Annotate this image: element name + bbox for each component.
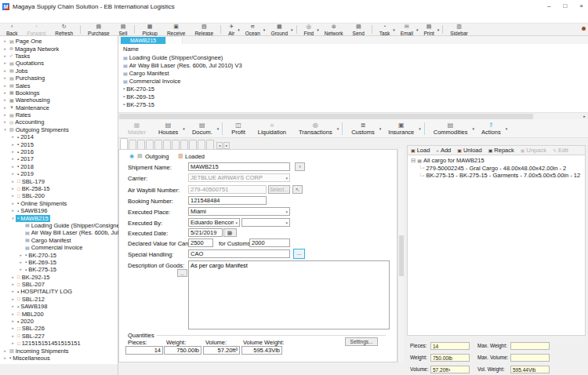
- summary-value-field[interactable]: [510, 342, 550, 350]
- sidebar-item-tasks[interactable]: ▸ ✓ Tasks: [0, 53, 118, 60]
- edit-button[interactable]: ✎ Edit: [553, 147, 568, 154]
- forward-button[interactable]: › Forward: [22, 24, 50, 35]
- air-button[interactable]: ✈ Air ▾: [223, 24, 240, 35]
- executed-date-input[interactable]: [188, 228, 223, 237]
- special-handling-input[interactable]: [188, 249, 290, 258]
- tree-item[interactable]: ▸ ▪ 2016: [0, 148, 118, 155]
- summary-value-field[interactable]: 57.20ft³: [430, 366, 470, 373]
- tree-item[interactable]: ▤ Cargo Manifest: [0, 237, 118, 244]
- tree-item[interactable]: ▸ □ BK-258-15: [0, 185, 118, 192]
- tab-events[interactable]: [154, 140, 162, 149]
- expander-icon[interactable]: ▸: [2, 111, 8, 118]
- ribbon-liquidation-button[interactable]: ○ Liquidation: [252, 122, 292, 136]
- sidebar-item-jobs[interactable]: ▸ ▤ Jobs: [0, 67, 118, 75]
- unload-button[interactable]: ▣ Unload: [457, 147, 481, 154]
- volume-weight-value[interactable]: 595.43Vlb: [241, 346, 282, 355]
- find-button[interactable]: ◎ Find ▾: [299, 24, 320, 35]
- expander-icon[interactable]: ▸: [10, 281, 16, 288]
- document-row[interactable]: ▤ Air Way Bill Laser (Res. 600b, Jul 201…: [118, 61, 588, 69]
- sell-button[interactable]: ▤ Sell: [114, 24, 132, 35]
- cargo-tree-root[interactable]: ⊟ ▦ All cargo for MAWB215: [408, 157, 585, 165]
- ribbon-customs-button[interactable]: ≣ Customs ▾: [345, 122, 382, 136]
- awb-link-button[interactable]: ↖: [292, 185, 303, 194]
- dropdown-arrow-icon[interactable]: ▾: [291, 27, 293, 32]
- awb-select-button[interactable]: Select...: [268, 185, 290, 194]
- summary-value-field[interactable]: 14: [430, 342, 470, 350]
- expander-icon[interactable]: ▸: [2, 96, 8, 104]
- unpack-button[interactable]: ▣ Unpack: [521, 147, 546, 154]
- tab-general[interactable]: [120, 138, 128, 149]
- expander-icon[interactable]: ▸: [10, 325, 16, 332]
- document-row[interactable]: ▪ BK-275-15: [118, 100, 588, 108]
- sidebar-item-rates[interactable]: ▸ ▤ Rates: [0, 111, 118, 118]
- expander-icon[interactable]: ▸: [2, 75, 8, 82]
- expander-icon[interactable]: ▸: [10, 207, 16, 214]
- expander-icon[interactable]: ▸: [2, 89, 8, 96]
- expander-icon[interactable]: ▸: [2, 60, 8, 67]
- task-button[interactable]: ◔ Task ▾: [375, 24, 396, 35]
- sidebar-item-incoming-shipments[interactable]: ▸ ▨ Incoming Shipments: [0, 347, 118, 354]
- name-column-header[interactable]: Name: [118, 44, 588, 53]
- description-textarea[interactable]: [188, 260, 390, 329]
- network-button[interactable]: ⊛ Network: [320, 24, 348, 35]
- booking-number-input[interactable]: [188, 196, 267, 205]
- date-picker-button[interactable]: ▦▾: [223, 228, 237, 237]
- ocean-button[interactable]: ≋ Ocean ▾: [241, 24, 267, 35]
- load-button[interactable]: ▣ Load: [411, 147, 430, 154]
- dropdown-arrow-icon[interactable]: ▾: [217, 126, 220, 131]
- expander-icon[interactable]: ▸: [2, 348, 8, 355]
- sidebar-item-online-shipments[interactable]: ▸ ▪ Online Shipments: [0, 200, 118, 207]
- ground-button[interactable]: ▦ Ground ▾: [266, 24, 293, 35]
- tree-item[interactable]: ▤ Air Way Bill Laser (Res. 600b, Jul 201…: [0, 229, 118, 236]
- special-handling-more-button[interactable]: ...: [293, 249, 305, 259]
- expander-icon[interactable]: ▸: [10, 274, 16, 281]
- expander-icon[interactable]: ▸: [2, 53, 8, 60]
- ribbon-master-button[interactable]: ▦ Master: [122, 122, 152, 136]
- document-tab-mawb215[interactable]: MAWB215: [121, 37, 165, 44]
- ribbon-commodities-button[interactable]: ▤ Commodities ▾: [427, 122, 475, 136]
- vertical-scrollbar[interactable]: [397, 149, 404, 362]
- declared-value-input[interactable]: [188, 238, 213, 247]
- expander-icon[interactable]: ▸: [10, 155, 16, 162]
- sidebar-item-warehousing[interactable]: ▸ ▦ Warehousing: [0, 96, 118, 104]
- expander-icon[interactable]: ▸: [2, 38, 8, 45]
- expander-icon[interactable]: ▸: [10, 170, 16, 177]
- tree-item[interactable]: ▸ ▪ SAWB196: [0, 207, 118, 214]
- cargo-tree-item[interactable]: └ ▫ 279-50002245 - Gral Cargo - 48.00x48…: [408, 165, 585, 173]
- tree-item[interactable]: ▸ □ 121515151451515151: [0, 340, 118, 347]
- expander-icon[interactable]: ▸: [10, 340, 16, 347]
- sidebar-item-maintenance[interactable]: ▸ ▼ Maintenance: [0, 104, 118, 111]
- dropdown-arrow-icon[interactable]: ▾: [506, 126, 508, 131]
- sidebar-item-outgoing-shipments[interactable]: ▾ ▧ Outgoing Shipments: [0, 126, 118, 133]
- tab-internal-notes[interactable]: [198, 140, 205, 149]
- tab-routing[interactable]: [137, 140, 145, 149]
- pickup-button[interactable]: ▦ Pickup: [137, 24, 162, 35]
- tree-item[interactable]: ▸ ▪ 2019: [0, 170, 118, 177]
- document-row[interactable]: ▤ Commercial Invoice: [118, 77, 588, 85]
- shipment-name-input[interactable]: [188, 162, 290, 171]
- tree-item[interactable]: ▸ □ SBL-212: [0, 296, 118, 303]
- expander-icon[interactable]: ▸: [10, 192, 16, 199]
- tab-scroll-left-button[interactable]: ◂: [216, 142, 223, 149]
- dropdown-arrow-icon[interactable]: ▾: [437, 27, 440, 32]
- description-more-button[interactable]: ...: [177, 269, 187, 277]
- tree-item[interactable]: ▸ □ SBL-227: [0, 333, 118, 340]
- expander-icon[interactable]: ▸: [10, 333, 16, 340]
- horizontal-scrollbar-thumb[interactable]: [119, 114, 533, 119]
- expander-icon[interactable]: ▸: [2, 82, 8, 89]
- sidebar-button[interactable]: ▥ Sidebar: [445, 24, 472, 35]
- executed-place-select[interactable]: Miami ▾: [188, 207, 290, 216]
- expander-icon[interactable]: ▸: [10, 296, 16, 303]
- tree-item[interactable]: ▸ ▪ 2020: [0, 318, 118, 325]
- tree-item[interactable]: ▸ ▪ BK-269-15: [0, 259, 118, 266]
- sidebar-item-bookings[interactable]: ▸ ▦ Bookings: [0, 89, 118, 96]
- receive-button[interactable]: ▣ Receive: [162, 24, 190, 35]
- tree-item[interactable]: ▸ □ SBL-207: [0, 281, 118, 288]
- executed-by-select[interactable]: Eduardo Bencomo ▾: [188, 218, 240, 227]
- document-row[interactable]: ▪ BK-269-15: [118, 93, 588, 100]
- tab-notes[interactable]: [180, 140, 188, 149]
- expander-icon[interactable]: ▸: [10, 163, 16, 170]
- tree-item[interactable]: ▸ ▪ 2014: [0, 133, 118, 140]
- expander-icon[interactable]: ▸: [18, 266, 24, 273]
- dropdown-arrow-icon[interactable]: ▾: [263, 27, 266, 32]
